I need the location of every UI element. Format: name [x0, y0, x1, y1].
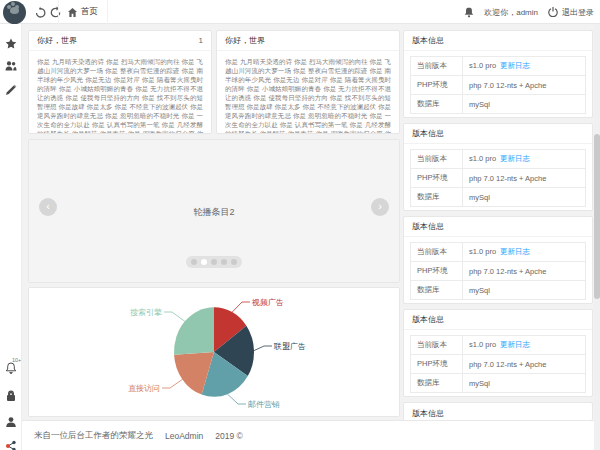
table-row: PHP环境 php 7.0 12-nts + Apche [411, 355, 586, 374]
carousel-next-button[interactable]: › [371, 198, 389, 216]
table-row: PHP环境 php 7.0 12-nts + Apche [411, 169, 586, 188]
version-table: 当前版本 s1.0 pro更新日志 PHP环境 php 7.0 12-nts +… [410, 335, 586, 393]
sidebar-item-star[interactable] [5, 38, 17, 50]
hello-card-1-badge: 1 [199, 31, 203, 50]
hello-card-1-title: 你好，世界 [37, 31, 77, 50]
lock-icon [5, 390, 17, 402]
tab-home[interactable]: 首页 [58, 0, 108, 24]
pie-label-direct: 直接访问 [128, 384, 160, 393]
carousel-dot-1[interactable] [191, 259, 197, 265]
sidebar-item-profile[interactable] [5, 416, 17, 428]
bell-icon [5, 362, 17, 374]
pie-label-union: 联盟广告 [273, 342, 306, 351]
logout-button[interactable]: 退出登录 [548, 7, 594, 18]
sidebar-item-share[interactable] [5, 440, 17, 450]
home-icon [68, 8, 77, 17]
version-table: 当前版本 s1.0 pro更新日志 PHP环境 php 7.0 12-nts +… [410, 242, 586, 300]
table-row: 数据库 mySql [411, 188, 586, 207]
notification-badge: 10+ [12, 358, 21, 364]
pie-chart-card: 视频广告 联盟广告 邮件营销 直接访问 搜索引擎 [28, 287, 400, 417]
tab-home-label: 首页 [81, 6, 98, 18]
user-icon [5, 416, 17, 428]
pie-chart[interactable]: 视频广告 联盟广告 邮件营销 直接访问 搜索引擎 [84, 290, 344, 414]
hello-card-1-text: 你是 九月晴天染透的诗 你是 烈马大雨倾泻的向往 你是 飞越山川河流的大梦一场 … [29, 51, 211, 133]
star-icon [5, 38, 17, 50]
changelog-link[interactable]: 更新日志 [500, 61, 530, 70]
table-row: 数据库 mySql [411, 374, 586, 393]
table-row: 数据库 mySql [411, 281, 586, 300]
version-card-title: 版本信息 [412, 404, 444, 421]
version-table: 当前版本 s1.0 pro更新日志 PHP环境 php 7.0 12-nts +… [410, 56, 586, 114]
version-card-title: 版本信息 [412, 217, 444, 236]
table-row: PHP环境 php 7.0 12-nts + Apche [411, 262, 586, 281]
notification-bell[interactable] [464, 7, 474, 18]
version-table: 当前版本 s1.0 pro更新日志 PHP环境 php 7.0 12-nts +… [410, 149, 586, 207]
footer-brand: LeoAdmin [165, 431, 203, 441]
left-sidebar: 10+ [0, 24, 22, 450]
version-card-4: 版本信息 当前版本 s1.0 pro更新日志 PHP环境 php 7.0 12-… [403, 309, 593, 397]
pie-slice-search[interactable] [174, 307, 214, 355]
scrollbar-track [594, 24, 600, 450]
sidebar-item-users[interactable] [5, 60, 17, 72]
sidebar-item-edit[interactable] [5, 84, 17, 96]
version-card-title: 版本信息 [412, 124, 444, 143]
table-row: 当前版本 s1.0 pro更新日志 [411, 243, 586, 262]
edit-icon [5, 84, 17, 96]
carousel-caption: 轮播条目2 [29, 206, 399, 219]
changelog-link[interactable]: 更新日志 [500, 247, 530, 256]
carousel-dot-5[interactable] [231, 259, 237, 265]
sidebar-item-lock[interactable] [5, 390, 17, 402]
table-row: 当前版本 s1.0 pro更新日志 [411, 336, 586, 355]
logout-label: 退出登录 [562, 7, 594, 18]
version-card-1: 版本信息 当前版本 s1.0 pro更新日志 PHP环境 php 7.0 12-… [403, 30, 593, 118]
app-logo[interactable] [3, 1, 26, 24]
carousel-indicators [186, 256, 242, 268]
table-row: 数据库 mySql [411, 95, 586, 114]
share-icon [5, 440, 17, 450]
hello-card-2-title: 你好，世界 [225, 31, 265, 50]
bell-icon [464, 7, 474, 18]
carousel-dot-2[interactable] [201, 259, 207, 265]
version-card-3: 版本信息 当前版本 s1.0 pro更新日志 PHP环境 php 7.0 12-… [403, 216, 593, 304]
version-card-title: 版本信息 [412, 31, 444, 50]
footer-year: 2019 © [215, 431, 243, 441]
hello-card-2: 你好，世界 你是 九月晴天染透的诗 你是 烈马大雨倾泻的向往 你是 飞越山川河流… [216, 30, 400, 134]
footer-text: 来自一位后台工作者的荣耀之光 [34, 430, 153, 442]
version-card-title: 版本信息 [412, 310, 444, 329]
scrollbar-thumb[interactable] [594, 134, 600, 299]
hello-card-1: 你好，世界 1 你是 九月晴天染透的诗 你是 烈马大雨倾泻的向往 你是 飞越山川… [28, 30, 212, 134]
carousel-dot-4[interactable] [221, 259, 227, 265]
paw-icon [10, 7, 19, 14]
user-menu[interactable]: 欢迎你，admin [484, 7, 538, 18]
users-icon [5, 60, 17, 72]
table-row: PHP环境 php 7.0 12-nts + Apche [411, 76, 586, 95]
carousel-prev-button[interactable]: ‹ [39, 198, 57, 216]
main-content: 你好，世界 1 你是 九月晴天染透的诗 你是 烈马大雨倾泻的向往 你是 飞越山川… [22, 24, 600, 450]
power-icon [548, 7, 558, 17]
version-card-5-clipped: 版本信息 [403, 402, 593, 420]
changelog-link[interactable]: 更新日志 [500, 154, 530, 163]
footer: 来自一位后台工作者的荣耀之光 LeoAdmin 2019 © [22, 420, 600, 450]
table-row: 当前版本 s1.0 pro更新日志 [411, 57, 586, 76]
pie-label-video: 视频广告 [251, 298, 284, 307]
table-row: 当前版本 s1.0 pro更新日志 [411, 150, 586, 169]
topbar: 首页 欢迎你，admin 退出登录 [0, 0, 600, 24]
hello-card-2-text: 你是 九月晴天染透的诗 你是 烈马大雨倾泻的向往 你是 飞越山川河流的大梦一场 … [217, 51, 399, 133]
changelog-link[interactable]: 更新日志 [500, 340, 530, 349]
sidebar-item-notifications[interactable] [5, 362, 17, 374]
app-window: 首页 欢迎你，admin 退出登录 [0, 0, 600, 450]
carousel-dot-3[interactable] [211, 259, 217, 265]
carousel-card: 轮播条目2 ‹ › [28, 139, 400, 283]
pie-label-email: 邮件营销 [248, 400, 280, 409]
pie-label-search: 搜索引擎 [130, 308, 162, 317]
welcome-text: 欢迎你，admin [484, 7, 538, 18]
version-card-2: 版本信息 当前版本 s1.0 pro更新日志 PHP环境 php 7.0 12-… [403, 123, 593, 211]
collapse-menu-icon[interactable] [34, 6, 47, 19]
